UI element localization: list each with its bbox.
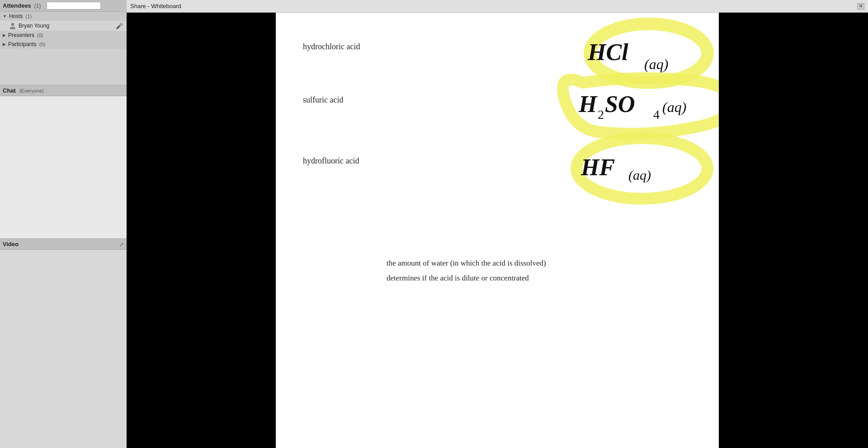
left-panel: Attendees (1) ▼ Hosts (1) Bryan Young 🎤 [0, 0, 127, 448]
share-title: Share - Whiteboard [130, 3, 181, 9]
hosts-label: Hosts [9, 13, 23, 19]
chat-header: Chat (Everyone) [0, 85, 127, 96]
video-body [0, 250, 127, 448]
title-bar: Share - Whiteboard ⧉ [127, 0, 868, 13]
attendee-name: Bryan Young [19, 23, 113, 29]
presenters-section-header[interactable]: ▶ Presenters (0) [0, 31, 127, 40]
svg-point-2 [590, 24, 708, 83]
search-input[interactable] [47, 2, 101, 9]
svg-text:4: 4 [653, 107, 660, 121]
hcl-label: hydrochloric acid [303, 42, 360, 51]
h2so4-formula-svg: H 2 SO 4 (aq) [574, 78, 719, 448]
attendees-title: Attendees [3, 2, 31, 9]
chat-body [0, 96, 127, 238]
participants-label: Participants [8, 41, 37, 47]
hcl-formula-svg: HCl (aq) [583, 26, 719, 448]
h2so4-label: sulfuric acid [303, 95, 343, 105]
chat-audience: (Everyone) [19, 88, 44, 93]
svg-text:(aq): (aq) [628, 168, 651, 183]
video-header: Video ⤢ [0, 239, 127, 250]
whiteboard: hydrochloric acid HCl (aq) sulfuric acid… [276, 13, 719, 448]
svg-text:(aq): (aq) [662, 99, 686, 115]
attendees-header: Attendees (1) [0, 0, 127, 12]
svg-text:H: H [578, 91, 598, 117]
svg-text:2: 2 [598, 107, 604, 121]
svg-text:HCl: HCl [587, 39, 628, 65]
svg-point-3 [576, 138, 708, 199]
hf-row: hydrofluoric acid [303, 156, 359, 166]
svg-point-0 [11, 23, 14, 26]
presenters-arrow-icon: ▶ [3, 33, 6, 37]
svg-text:SO: SO [605, 91, 635, 117]
restore-button[interactable]: ⧉ [857, 3, 864, 9]
hosts-count: (1) [26, 14, 32, 19]
hcl-row: hydrochloric acid [303, 42, 360, 51]
expand-icon[interactable]: ⤢ [119, 241, 124, 247]
participants-section-header[interactable]: ▶ Participants (0) [0, 40, 127, 49]
attendees-section: Attendees (1) ▼ Hosts (1) Bryan Young 🎤 [0, 0, 127, 85]
participants-arrow-icon: ▶ [3, 42, 6, 47]
hf-label: hydrofluoric acid [303, 156, 359, 166]
chat-title: Chat [3, 87, 16, 94]
svg-point-1 [10, 27, 15, 29]
whiteboard-outer: hydrochloric acid HCl (aq) sulfuric acid… [127, 13, 868, 448]
window-controls: ⧉ [857, 3, 864, 9]
presenters-label: Presenters [8, 32, 34, 38]
svg-text:(aq): (aq) [644, 56, 668, 72]
participants-count: (0) [39, 42, 45, 47]
presenters-count: (0) [37, 33, 43, 38]
mic-icon: 🎤 [116, 23, 123, 29]
attendees-count: (1) [34, 3, 41, 9]
main-area: Share - Whiteboard ⧉ hydrochloric acid H… [127, 0, 868, 448]
hosts-arrow-icon: ▼ [3, 14, 7, 19]
video-title: Video [3, 241, 19, 247]
attendees-empty-space [0, 49, 127, 85]
bottom-text-2: determines if the acid is dilute or conc… [387, 274, 529, 283]
hosts-section-header[interactable]: ▼ Hosts (1) [0, 12, 127, 21]
svg-text:HF: HF [580, 154, 615, 180]
bottom-text-1: the amount of water (in which the acid i… [387, 259, 546, 268]
person-icon [9, 22, 16, 29]
hf-formula-svg: HF (aq) [576, 144, 719, 448]
attendee-item: Bryan Young 🎤 [0, 21, 127, 31]
video-section: Video ⤢ [0, 239, 127, 448]
chat-section: Chat (Everyone) [0, 85, 127, 239]
h2so4-row: sulfuric acid [303, 95, 343, 105]
